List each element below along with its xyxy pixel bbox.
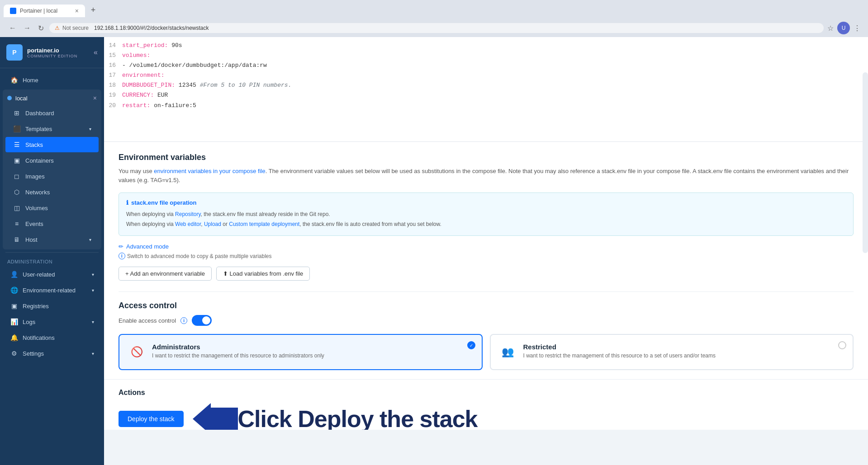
restricted-card-radio[interactable] (838, 341, 846, 349)
templates-label: Templates (25, 126, 52, 132)
sidebar-item-registries[interactable]: ▣ Registries (3, 298, 101, 314)
load-env-file-btn[interactable]: ⬆ Load variables from .env file (216, 267, 310, 281)
info-line-1: When deploying via Repository, the stack… (126, 210, 846, 220)
code-line-17: 17 environment: (104, 70, 868, 80)
access-cards: 🚫 Administrators I want to restrict the … (119, 334, 854, 370)
line-num-16: 16 (104, 61, 122, 70)
scrollbar[interactable] (863, 72, 868, 253)
custom-template-link[interactable]: Custom template deployment (229, 221, 299, 227)
line-num-18: 18 (104, 80, 122, 90)
line-content-19: CURRENCY: EUR (122, 90, 868, 100)
host-icon: 🖥 (13, 236, 21, 243)
logo-icon: P (6, 44, 23, 61)
volumes-icon: ◫ (13, 204, 21, 211)
code-line-15: 15 volumes: (104, 51, 868, 61)
desc-before: You may use (119, 168, 154, 174)
code-line-20: 20 restart: on-failure:5 (104, 101, 868, 111)
pencil-icon: ✏ (119, 243, 123, 250)
restricted-card-content: Restricted I want to restrict the manage… (523, 343, 716, 359)
profile-btn[interactable]: U (837, 22, 850, 34)
sidebar-item-home[interactable]: 🏠 Home (3, 72, 101, 88)
env-dot (7, 96, 12, 100)
line-content-16: - /volume1/docker/dumbbudget:/app/data:r… (122, 61, 868, 70)
sidebar-item-notifications[interactable]: 🔔 Notifications (3, 330, 101, 345)
sidebar-logo: P portainer.io COMMUNITY EDITION « (0, 37, 104, 68)
logs-label: Logs (23, 319, 35, 325)
notifications-icon: 🔔 (10, 334, 18, 341)
images-icon: ◻ (13, 173, 21, 180)
host-label: Host (25, 236, 38, 243)
info-box-title: ℹ stack.env file operation (126, 199, 846, 206)
images-label: Images (25, 173, 45, 180)
containers-label: Containers (25, 157, 54, 164)
sidebar-item-networks[interactable]: ⬡ Networks (5, 184, 99, 200)
line-content-15: volumes: (122, 51, 868, 61)
sidebar-item-user-related[interactable]: 👤 User-related ▾ (3, 267, 101, 282)
access-control-toggle[interactable] (192, 315, 212, 326)
sidebar-item-templates[interactable]: ⬛ Templates ▾ (5, 121, 99, 136)
upload-link[interactable]: Upload (204, 221, 221, 227)
networks-icon: ⬡ (13, 188, 21, 196)
sidebar-item-dashboard[interactable]: ⊞ Dashboard (5, 105, 99, 121)
bookmark-btn[interactable]: ☆ (827, 24, 834, 33)
line-content-20: restart: on-failure:5 (122, 101, 868, 111)
forward-btn[interactable]: → (22, 23, 33, 33)
advanced-mode-row: ✏ Advanced mode (119, 243, 854, 250)
big-arrow-icon (193, 403, 238, 430)
sidebar-collapse-btn[interactable]: « (94, 48, 98, 56)
env-compose-link[interactable]: environment variables in your compose fi… (154, 168, 265, 174)
sidebar-item-env-related[interactable]: 🌐 Environment-related ▾ (3, 282, 101, 298)
env-section-desc: You may use environment variables in you… (119, 167, 854, 186)
home-label: Home (23, 77, 38, 84)
admin-card-radio[interactable] (467, 341, 475, 349)
line-num-15: 15 (104, 51, 122, 61)
logo-area: P portainer.io COMMUNITY EDITION (6, 44, 77, 61)
admin-card-desc: I want to restrict the management of thi… (152, 352, 324, 359)
env-close-btn[interactable]: × (93, 94, 97, 102)
add-env-var-btn[interactable]: + Add an environment variable (119, 267, 212, 281)
web-editor-link[interactable]: Web editor (175, 221, 201, 227)
active-tab[interactable]: Portainer | local × (4, 5, 85, 17)
logo-text-area: portainer.io COMMUNITY EDITION (27, 47, 77, 58)
new-tab-btn[interactable]: + (86, 3, 100, 17)
sidebar-item-logs[interactable]: 📊 Logs ▾ (3, 314, 101, 329)
settings-label: Settings (23, 350, 44, 357)
access-info-icon[interactable]: i (180, 317, 187, 324)
reload-btn[interactable]: ↻ (36, 23, 46, 33)
home-icon: 🏠 (10, 76, 18, 84)
sidebar-item-host[interactable]: 🖥 Host ▾ (5, 232, 99, 247)
env-name: local (15, 95, 90, 102)
sidebar-item-images[interactable]: ◻ Images (5, 169, 99, 184)
url-bar[interactable]: ⚠ Not secure 192.168.1.18:9000/#!/2/dock… (49, 23, 824, 33)
advanced-mode-link[interactable]: Advanced mode (126, 243, 169, 250)
admin-card-icon: 🚫 (128, 343, 146, 361)
restricted-card[interactable]: 👥 Restricted I want to restrict the mana… (490, 334, 854, 370)
env-section-title: Environment variables (119, 153, 854, 162)
code-editor: 14 start_period: 90s 15 volumes: 16 - /v… (104, 37, 868, 142)
tab-close-btn[interactable]: × (75, 7, 79, 14)
env-variables-section: Environment variables You may use enviro… (104, 142, 868, 292)
security-icon: ⚠ (55, 25, 60, 31)
code-lines: 14 start_period: 90s 15 volumes: 16 - /v… (104, 37, 868, 114)
env-related-arrow: ▾ (92, 288, 94, 293)
line-num-19: 19 (104, 90, 122, 100)
sidebar-item-settings[interactable]: ⚙ Settings ▾ (3, 346, 101, 361)
sidebar-item-stacks[interactable]: ☰ Stacks (5, 137, 99, 152)
line-content-18: DUMBBUDGET_PIN: 12345 #From 5 to 10 PIN … (122, 80, 868, 90)
code-line-19: 19 CURRENCY: EUR (104, 90, 868, 100)
notifications-label: Notifications (23, 334, 55, 341)
line-num-14: 14 (104, 41, 122, 51)
deploy-stack-btn[interactable]: Deploy the stack (119, 411, 184, 427)
menu-btn[interactable]: ⋮ (854, 24, 861, 33)
actions-title: Actions (119, 389, 854, 397)
administrators-card[interactable]: 🚫 Administrators I want to restrict the … (119, 334, 483, 370)
enable-access-label: Enable access control (119, 317, 176, 324)
enable-access-row: Enable access control i (119, 315, 854, 326)
sidebar-item-containers[interactable]: ▣ Containers (5, 153, 99, 168)
back-btn[interactable]: ← (7, 23, 18, 33)
user-related-arrow: ▾ (92, 272, 94, 277)
sidebar-item-events[interactable]: ≡ Events (5, 216, 99, 231)
sidebar-item-volumes[interactable]: ◫ Volumes (5, 200, 99, 216)
security-label: Not secure (62, 25, 89, 31)
repo-link[interactable]: Repository (175, 211, 200, 217)
